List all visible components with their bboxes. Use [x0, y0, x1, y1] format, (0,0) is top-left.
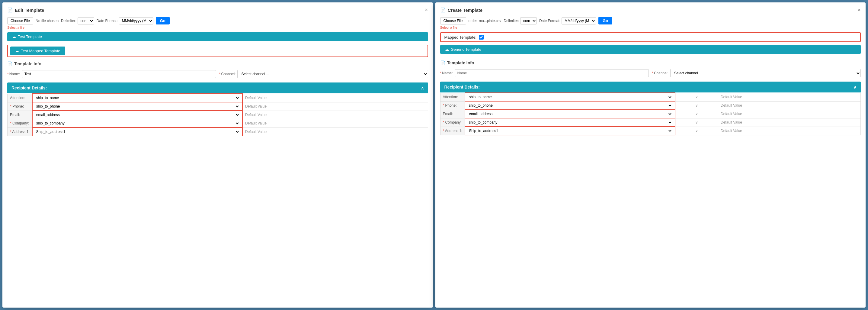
recipient-select[interactable]: email_address	[35, 112, 240, 117]
table-row: Attention:ship_to_nameDefault Value	[7, 94, 428, 102]
recipient-select[interactable]: Ship_to_address1	[35, 129, 240, 134]
row-default-cell: Default Value	[718, 93, 861, 101]
row-default-cell: Default Value	[242, 102, 428, 111]
recipient-details-section-right: Recipient Details: ∧ Attention:ship_to_n…	[440, 82, 861, 135]
recipient-select[interactable]: ship_to_phone	[468, 103, 672, 108]
collapse-icon: ∧	[421, 85, 424, 90]
date-format-select[interactable]: MM/dd/yyyy (M	[119, 17, 153, 25]
template-info-title-right: 📄 Template Info	[440, 60, 861, 65]
channel-select[interactable]: Select channel ...	[237, 70, 428, 78]
modal-header: 📄 Edit Template ×	[7, 7, 428, 13]
row-select-cell: email_address	[32, 111, 242, 119]
row-select-cell: ship_to_phone	[32, 102, 242, 111]
delimiter-select-right[interactable]: com tab pipe	[520, 17, 537, 25]
button-row: ☁ Test Template ☁ Test Mapped Template	[7, 32, 428, 57]
date-format-group: Date Format: MM/dd/yyyy (M	[97, 17, 153, 25]
row-select-cell: Ship_to_address1	[465, 126, 675, 135]
choose-file-button[interactable]: Choose File	[7, 17, 33, 25]
select-file-hint-right: Select a file	[440, 26, 861, 29]
choose-file-button-right[interactable]: Choose File	[440, 17, 466, 25]
row-default-cell: Default Value	[242, 119, 428, 128]
channel-field-group-right: * Channel: Select channel ...	[652, 69, 861, 77]
template-info-section-right: 📄 Template Info * Name: * Channel: Selec…	[440, 60, 861, 77]
row-label-cell: * Address 1:	[440, 126, 465, 135]
row-label-cell: * Company:	[440, 118, 465, 126]
recipient-header-right[interactable]: Recipient Details: ∧	[440, 82, 861, 92]
file-row-right: Choose File order_ma...plate.csv Delimit…	[440, 17, 861, 25]
file-name-text-right: order_ma...plate.csv	[469, 19, 501, 23]
table-row: Email:email_address∨Default Value	[440, 110, 861, 118]
delimiter-label: Delimiter:	[61, 19, 76, 23]
go-button[interactable]: Go	[156, 17, 170, 25]
table-row: * Phone:ship_to_phone∨Default Value	[440, 101, 861, 110]
table-row: * Address 1:Ship_to_address1∨Default Val…	[440, 126, 861, 135]
date-format-group-right: Date Format: MM/dd/yyyy (M	[539, 17, 596, 25]
doc-icon-right: 📄	[440, 60, 445, 65]
mapped-template-row: Mapped Template:	[440, 32, 861, 42]
name-field-group-right: * Name:	[440, 69, 649, 77]
recipient-select[interactable]: ship_to_phone	[35, 104, 240, 109]
recipient-select[interactable]: email_address	[468, 112, 672, 116]
row-label-cell: * Phone:	[440, 101, 465, 110]
row-select-cell: ship_to_name	[465, 93, 675, 101]
row-label-cell: * Phone:	[7, 102, 32, 111]
row-default-cell: Default Value	[718, 126, 861, 135]
test-mapped-template-button[interactable]: ☁ Test Mapped Template	[10, 47, 65, 55]
recipient-select[interactable]: ship_to_company	[468, 120, 672, 125]
name-input[interactable]	[22, 70, 216, 78]
modal-title: 📄 Edit Template	[7, 7, 44, 13]
test-template-button[interactable]: ☁ Test Template	[7, 32, 428, 41]
file-icon: 📄	[7, 7, 13, 13]
row-select-cell: ship_to_phone	[465, 101, 675, 110]
recipient-details-section: Recipient Details: ∧ Attention:ship_to_n…	[7, 83, 428, 136]
edit-template-modal: 📄 Edit Template × Choose File No file ch…	[2, 2, 433, 308]
recipient-select[interactable]: ship_to_name	[468, 94, 672, 100]
delimiter-group-right: Delimiter: com tab pipe	[504, 17, 537, 25]
table-row: Attention:ship_to_name∨Default Value	[440, 93, 861, 101]
recipient-header[interactable]: Recipient Details: ∧	[7, 83, 428, 93]
go-button-right[interactable]: Go	[598, 17, 612, 25]
generic-template-button[interactable]: ☁ Generic Template	[440, 45, 861, 54]
row-default-cell: Default Value	[242, 111, 428, 119]
recipient-table-right: Attention:ship_to_name∨Default Value* Ph…	[440, 92, 861, 135]
recipient-select[interactable]: ship_to_name	[35, 95, 240, 100]
template-info-title: 📄 Template Info	[7, 61, 428, 66]
row-select-cell: Ship_to_address1	[32, 128, 242, 136]
mapped-template-checkbox[interactable]	[479, 35, 484, 39]
recipient-select[interactable]: ship_to_company	[35, 121, 240, 126]
row-default-cell: Default Value	[242, 94, 428, 102]
row-default-cell: Default Value	[718, 110, 861, 118]
row-default-cell: Default Value	[718, 101, 861, 110]
close-button[interactable]: ×	[425, 7, 428, 13]
channel-label: * Channel:	[219, 72, 236, 76]
delimiter-select[interactable]: com tab pipe	[78, 17, 94, 25]
name-input-right[interactable]	[455, 69, 649, 77]
file-name-text: No file chosen	[36, 19, 59, 23]
date-format-label: Date Format:	[97, 19, 118, 23]
modal-header-right: 📄 Create Template ×	[440, 7, 861, 13]
date-format-select-right[interactable]: MM/dd/yyyy (M	[562, 17, 596, 25]
row-label-cell: * Address 1:	[7, 128, 32, 136]
row-label-cell: Email:	[7, 111, 32, 119]
channel-label-right: * Channel:	[652, 71, 669, 75]
channel-select-right[interactable]: Select channel ...	[670, 69, 861, 77]
row-select-cell: ship_to_company	[32, 119, 242, 128]
cloud-upload-icon-right: ☁	[445, 47, 449, 52]
collapse-icon-right: ∧	[854, 85, 857, 89]
recipient-table: Attention:ship_to_nameDefault Value* Pho…	[7, 93, 428, 136]
test-mapped-wrapper: ☁ Test Mapped Template	[7, 45, 428, 57]
doc-icon: 📄	[7, 61, 12, 66]
mapped-template-label: Mapped Template:	[444, 35, 477, 39]
file-row: Choose File No file chosen Delimiter: co…	[7, 17, 428, 25]
chevron-cell: ∨	[675, 110, 718, 118]
template-info-row-right: * Name: * Channel: Select channel ...	[440, 69, 861, 77]
name-field-group: * Name:	[7, 70, 216, 78]
table-row: * Company:ship_to_company∨Default Value	[440, 118, 861, 126]
row-label-cell: Email:	[440, 110, 465, 118]
close-button-right[interactable]: ×	[858, 7, 861, 13]
table-row: * Address 1:Ship_to_address1Default Valu…	[7, 128, 428, 136]
recipient-select[interactable]: Ship_to_address1	[468, 129, 672, 133]
row-select-cell: ship_to_name	[32, 94, 242, 102]
row-label-cell: * Company:	[7, 119, 32, 128]
create-template-modal: 📄 Create Template × Choose File order_ma…	[435, 2, 866, 308]
